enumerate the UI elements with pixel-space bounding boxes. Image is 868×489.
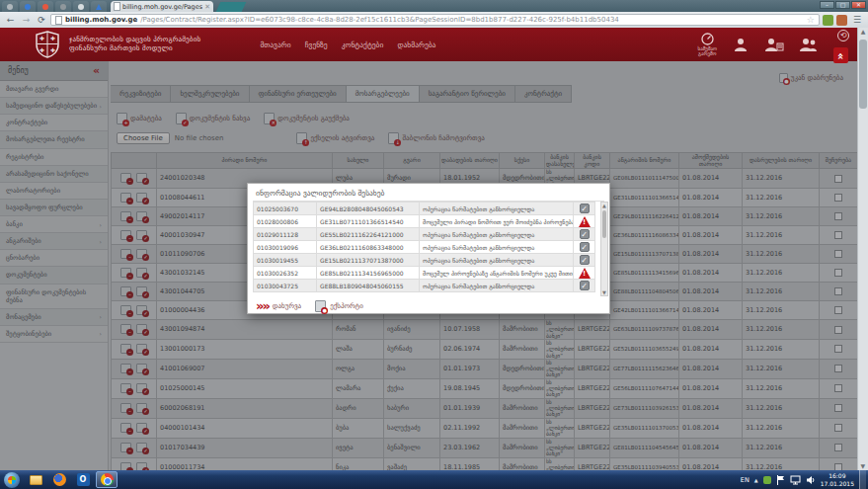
pinned-tab[interactable]: [73, 1, 89, 12]
header-nav: მთავარიჩვენზეკონტაქტებიდახმარება: [260, 41, 435, 49]
validity-cell-message: მოცემულ პიროვნებაზე ანგარიშის ნომერი უკვ…: [420, 267, 574, 280]
scrollbar-down-icon[interactable]: ▼: [861, 462, 866, 469]
profile-icon[interactable]: [733, 38, 749, 51]
tab-title: billing.moh.gov.ge/Pages...: [122, 3, 202, 11]
validity-cell-message: ოპერაცია წარმატებით განხორციელდა: [420, 228, 574, 241]
validity-cell-account: GE31LB0711101366514540: [317, 215, 420, 228]
modal-close-button[interactable]: დახურვა: [273, 302, 301, 310]
pinned-tab[interactable]: [2, 1, 18, 12]
export-icon[interactable]: [315, 300, 326, 312]
url-path: /Pages/Contract/Register.aspx?ID=e6073c9…: [140, 16, 804, 24]
header-nav-item[interactable]: დახმარება: [397, 41, 435, 49]
status-icon: [580, 242, 590, 252]
validity-table-body: 01025003670 GE94LB2808048045060543 ოპერა…: [254, 203, 595, 292]
close-button[interactable]: ✕: [851, 1, 866, 9]
antivirus-tray-icon[interactable]: [763, 476, 771, 484]
site-header: ✚ ✚ ✚ ✚ ჯანმრთელობის დაცვის პროგრამების …: [0, 28, 857, 61]
validity-row: 01030043725 GE88LB1809048045060155 ოპერა…: [254, 280, 595, 292]
taskbar-chrome[interactable]: [96, 471, 118, 488]
extension-icon[interactable]: [836, 15, 847, 26]
address-bar[interactable]: billing.moh.gov.ge /Pages/Contract/Regis…: [50, 14, 820, 26]
browser-tab-active[interactable]: billing.moh.gov.ge/Pages... ✕: [111, 1, 213, 12]
validity-table: 01025003670 GE94LB2808048045060543 ოპერა…: [253, 202, 595, 292]
pinned-tab[interactable]: [20, 1, 36, 12]
modal-scrollbar[interactable]: ▲ ▼: [600, 202, 608, 296]
users-group-icon[interactable]: [800, 38, 818, 51]
modal-export-button[interactable]: ექსპორტი: [330, 302, 363, 310]
favicon-icon: [25, 4, 31, 10]
modal-title: ინფორმაცია ვალიდურობის შესახებ: [248, 184, 609, 201]
workspace-label: სამუშაოგარემო: [698, 46, 717, 57]
validity-cell-account: GE55LB0211162264121000: [317, 228, 420, 241]
user-list-icon[interactable]: [764, 38, 784, 51]
tab-close-icon[interactable]: ✕: [204, 3, 210, 11]
maximize-button[interactable]: ▢: [835, 1, 850, 9]
validity-modal: ინფორმაცია ვალიდურობის შესახებ 010250036…: [247, 183, 610, 314]
system-tray: EN ▲ 16:0917.01.2015: [741, 470, 868, 489]
browser-tab-strip: billing.moh.gov.ge/Pages... ✕ – ▢ ✕: [0, 0, 868, 12]
validity-cell-message: ოპერაცია წარმატებით განხორციელდა: [420, 203, 574, 215]
validity-cell-message: მოცემული პირადი ნომრით ვერ მოიძებნა პირო…: [420, 215, 574, 228]
taskbar-explorer[interactable]: [25, 471, 46, 488]
favicon-icon: [96, 4, 102, 10]
bookmark-star-icon[interactable]: ☆: [807, 15, 815, 25]
pinned-tab[interactable]: [38, 1, 53, 12]
taskbar-firefox[interactable]: [48, 471, 70, 488]
extension-icon[interactable]: [823, 15, 833, 26]
status-icon: [580, 255, 590, 265]
favicon-icon: [42, 4, 48, 10]
validity-row: 01029011128 GE55LB0211162264121000 ოპერა…: [254, 228, 595, 241]
start-button[interactable]: [4, 472, 20, 488]
scroll-up-icon[interactable]: ▲: [601, 203, 607, 208]
validity-row: 01025003670 GE94LB2808048045060543 ოპერა…: [254, 203, 595, 215]
browser-menu-icon[interactable]: ☰: [850, 15, 864, 25]
chrome-icon: [101, 473, 114, 486]
validity-cell-account: GE88LB1809048045060155: [317, 280, 420, 292]
scroll-thumb[interactable]: [602, 210, 606, 238]
status-icon: [580, 281, 590, 290]
header-nav-item[interactable]: ჩვენზე: [305, 41, 328, 49]
hidden-icons-arrow[interactable]: ▲: [754, 477, 758, 483]
pinned-tab[interactable]: [55, 1, 71, 12]
minimize-button[interactable]: –: [820, 1, 834, 9]
language-indicator[interactable]: EN: [741, 476, 750, 484]
status-icon: [580, 204, 590, 213]
continue-chevrons-icon[interactable]: »»: [256, 301, 269, 311]
network-icon[interactable]: [790, 475, 801, 485]
action-center-flag-icon[interactable]: [776, 475, 785, 485]
taskbar-clock[interactable]: 16:0917.01.2015: [821, 472, 854, 488]
status-icon: [579, 216, 591, 227]
svg-text:✚: ✚: [50, 46, 55, 53]
favicon-icon: [78, 4, 84, 10]
window-controls: – ▢ ✕: [820, 1, 866, 9]
validity-row: 01030026352 GE85LB0211134156965000 მოცემ…: [254, 267, 595, 280]
scroll-down-icon[interactable]: ▼: [602, 289, 606, 295]
browser-scrollbar[interactable]: ▲ ▼: [857, 28, 868, 470]
validity-cell-message: ოპერაცია წარმატებით განხორციელდა: [420, 241, 574, 254]
new-tab-button[interactable]: [216, 2, 247, 12]
header-nav-item[interactable]: მთავარი: [260, 41, 290, 49]
show-desktop-button[interactable]: [859, 470, 866, 489]
logout-refresh-icon[interactable]: ⟲: [837, 30, 849, 41]
reload-icon[interactable]: ⟳: [36, 15, 47, 25]
validity-row: 01030019096 GE36LB0211160863348000 ოპერა…: [254, 241, 595, 254]
ministry-logo-icon: ✚ ✚ ✚ ✚: [36, 31, 59, 58]
validity-cell-account: GE15LB0211137071387000: [317, 254, 420, 267]
forward-icon[interactable]: →: [20, 14, 33, 27]
header-nav-item[interactable]: კონტაქტები: [342, 41, 384, 49]
back-icon[interactable]: ←: [4, 14, 17, 27]
scroll-to-top-button[interactable]: «: [833, 47, 848, 63]
status-icon: [579, 268, 591, 279]
validity-cell-id: 01029011128: [254, 228, 317, 241]
validity-cell-message: ოპერაცია წარმატებით განხორციელდა: [420, 280, 574, 292]
validity-row: 01028000806 GE31LB0711101366514540 მოცემ…: [254, 215, 595, 228]
workspace-switcher[interactable]: სამუშაოგარემო: [698, 33, 717, 57]
validity-cell-id: 01028000806: [254, 215, 317, 228]
scrollbar-thumb[interactable]: [859, 40, 867, 109]
pinned-tab[interactable]: [91, 1, 107, 12]
taskbar-outlook[interactable]: O: [72, 471, 94, 488]
volume-icon[interactable]: [806, 475, 816, 485]
favicon-icon: [60, 4, 66, 10]
scrollbar-up-icon[interactable]: ▲: [858, 28, 868, 35]
page-favicon-icon: [114, 2, 120, 11]
